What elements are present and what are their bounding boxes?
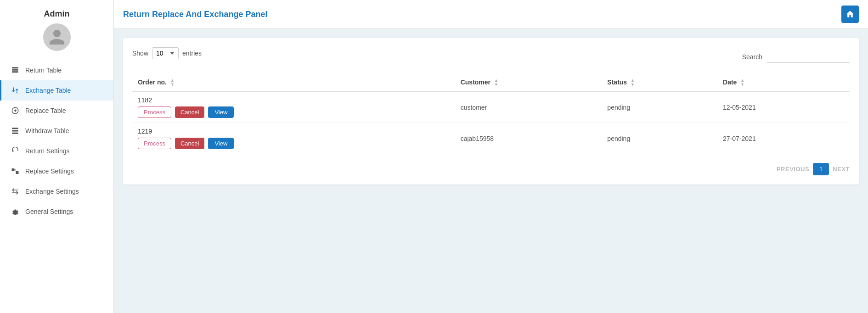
search-label: Search (742, 53, 762, 61)
sort-status-icon: ▲▼ (631, 78, 635, 87)
col-order-no: Order no. ▲▼ (132, 74, 455, 92)
sidebar-label-return-table: Return Table (25, 67, 62, 74)
home-button[interactable] (841, 6, 859, 23)
sort-customer-icon: ▲▼ (494, 78, 498, 87)
cancel-button-0[interactable]: Cancel (175, 106, 204, 118)
replace-settings-icon (11, 167, 20, 176)
cell-customer-1: cajab15958 (455, 123, 602, 154)
process-button-0[interactable]: Process (138, 106, 171, 118)
col-date: Date ▲▼ (717, 74, 850, 92)
main-content: Return Replace And Exchange Panel Show 1… (114, 0, 868, 313)
sidebar-item-replace-settings[interactable]: Replace Settings (0, 161, 113, 181)
pagination-next: NEXT (833, 166, 850, 173)
table-row: 1219 Process Cancel View cajab15958 pend… (132, 123, 850, 154)
svg-rect-5 (16, 171, 19, 174)
pagination: PREVIOUS 1 NEXT (132, 163, 850, 175)
header: Return Replace And Exchange Panel (114, 0, 868, 29)
cell-status-1: pending (602, 123, 717, 154)
gear-icon (11, 207, 20, 216)
sidebar-label-return-settings: Return Settings (25, 147, 70, 155)
svg-rect-1 (12, 128, 18, 129)
sidebar-item-exchange-settings[interactable]: Exchange Settings (0, 181, 113, 201)
sidebar-item-exchange-table[interactable]: Exchange Table (0, 80, 113, 101)
sidebar-label-exchange-table: Exchange Table (25, 87, 71, 94)
exchange-table: Order no. ▲▼ Customer ▲▼ Status ▲▼ Dat (132, 74, 850, 154)
exchange-settings-icon (11, 187, 20, 196)
table-icon (11, 66, 20, 75)
admin-label: Admin (44, 9, 70, 19)
view-button-0[interactable]: View (208, 106, 234, 118)
show-entries: Show 10 25 50 100 entries (132, 47, 202, 59)
sidebar-item-withdraw-table[interactable]: Withdraw Table (0, 121, 113, 141)
col-customer: Customer ▲▼ (455, 74, 602, 92)
page-title: Return Replace And Exchange Panel (123, 10, 267, 19)
order-number-0: 1182 (138, 96, 450, 104)
sidebar-label-withdraw-table: Withdraw Table (25, 127, 69, 134)
sidebar-label-general-settings: General Settings (25, 208, 73, 215)
content-area: Show 10 25 50 100 entries Search (114, 29, 868, 313)
withdraw-icon (11, 126, 20, 135)
sidebar-nav: Return Table Exchange Table Replace Tabl… (0, 60, 113, 222)
cell-status-0: pending (602, 92, 717, 123)
order-number-1: 1219 (138, 128, 450, 135)
return-settings-icon (11, 146, 20, 156)
pagination-page-1[interactable]: 1 (813, 163, 829, 175)
svg-rect-4 (12, 168, 15, 171)
home-icon (845, 10, 855, 19)
sidebar: Admin Return Table Exchange Table Replac… (0, 0, 114, 313)
cell-customer-0: customer (455, 92, 602, 123)
svg-rect-3 (12, 133, 18, 134)
sidebar-label-replace-settings: Replace Settings (25, 168, 74, 175)
sort-order-no-icon: ▲▼ (170, 78, 175, 87)
top-bar: Show 10 25 50 100 entries Search (132, 47, 850, 67)
entries-select[interactable]: 10 25 50 100 (152, 47, 179, 59)
search-input[interactable] (767, 51, 850, 63)
sidebar-label-replace-table: Replace Table (25, 107, 66, 114)
sidebar-item-general-settings[interactable]: General Settings (0, 201, 113, 222)
svg-rect-2 (12, 130, 18, 132)
sort-date-icon: ▲▼ (740, 78, 744, 87)
entries-label: entries (182, 50, 202, 57)
cell-date-1: 27-07-2021 (717, 123, 850, 154)
table-row: 1182 Process Cancel View customer pendin… (132, 92, 850, 123)
show-label: Show (132, 50, 148, 57)
sidebar-item-return-table[interactable]: Return Table (0, 60, 113, 80)
col-status: Status ▲▼ (602, 74, 717, 92)
pagination-prev: PREVIOUS (777, 166, 809, 173)
exchange-icon (11, 86, 20, 95)
cancel-button-1[interactable]: Cancel (175, 138, 204, 149)
cell-order-1: 1219 Process Cancel View (132, 123, 455, 154)
avatar (43, 23, 71, 51)
cell-order-0: 1182 Process Cancel View (132, 92, 455, 123)
sidebar-label-exchange-settings: Exchange Settings (25, 188, 79, 195)
replace-icon (11, 106, 20, 115)
sidebar-item-return-settings[interactable]: Return Settings (0, 141, 113, 161)
cell-date-0: 12-05-2021 (717, 92, 850, 123)
search-container: Search (742, 51, 850, 63)
process-button-1[interactable]: Process (138, 138, 171, 149)
view-button-1[interactable]: View (208, 138, 234, 149)
data-panel: Show 10 25 50 100 entries Search (123, 38, 859, 184)
sidebar-item-replace-table[interactable]: Replace Table (0, 101, 113, 121)
user-icon (48, 28, 66, 46)
